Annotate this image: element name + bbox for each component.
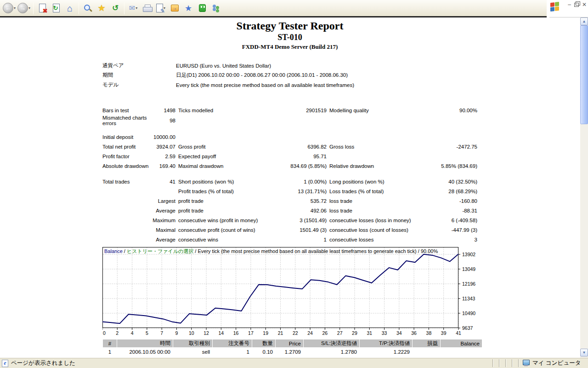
y-axis-label: 9637	[462, 325, 473, 331]
trades-header-cell: 時間	[117, 339, 173, 347]
stat-label	[327, 132, 419, 142]
refresh-button[interactable]: ↻	[49, 1, 63, 16]
edit-icon: ✎	[156, 4, 163, 12]
stat-label: Modelling quality	[327, 105, 419, 115]
forward-dropdown-icon[interactable]: ▾	[28, 6, 30, 10]
messenger-star-button[interactable]: ★	[181, 1, 195, 16]
x-axis-label: 0	[103, 330, 106, 336]
stat-value: 90.00%	[419, 105, 477, 115]
vertical-scrollbar[interactable]: ▲ ▼	[580, 17, 588, 358]
stat-label: consecutive losses	[327, 235, 419, 244]
info-value: 日足(D1) 2006.10.02 00:00 - 2008.06.27 00:…	[176, 72, 477, 79]
mail-dropdown-icon[interactable]: ▾	[136, 6, 137, 10]
stat-label: Mismatched charts errors	[102, 115, 149, 126]
x-axis-label: 27	[337, 330, 343, 336]
trades-header-row: #時間取引種別注文番号数量PriceS/L:決済逆指値T/P:決済指値損益Bal…	[103, 339, 482, 347]
stat-value: Average	[149, 235, 175, 244]
stat-label: consecutive losses (loss in money)	[327, 215, 419, 225]
back-dropdown-icon[interactable]: ▾	[14, 6, 16, 10]
chart-legend-segment: / Every tick (the most precise method ba…	[193, 248, 438, 254]
forward-button[interactable]: → ▾	[17, 1, 31, 16]
stat-label: loss trade	[327, 196, 419, 206]
chart-legend: Balance / ヒストリー・ファイルの選択 / Every tick (th…	[104, 248, 438, 255]
close-button[interactable]: ✕	[582, 2, 587, 7]
x-axis-label: 14	[218, 330, 224, 336]
back-button[interactable]: ← ▾	[2, 1, 17, 16]
stat-label	[175, 115, 267, 126]
info-label: モデル	[102, 81, 176, 88]
stat-label: Expected payoff	[175, 151, 267, 161]
stat-label	[327, 115, 419, 126]
stat-label	[102, 206, 149, 215]
stat-label	[102, 215, 149, 225]
status-bar-divider	[505, 359, 512, 367]
history-button[interactable]: ↺	[108, 1, 122, 16]
browser-toolbar: ← ▾ → ▾ ✖ ↻ ⌂ ★ ↺ ✉ ▾	[0, 0, 547, 17]
trades-header-cell: T/P:決済指値	[360, 339, 412, 347]
stat-value: 169.40	[149, 161, 175, 171]
stat-value	[419, 132, 477, 142]
trades-cell: sell	[173, 348, 212, 356]
stop-icon: ✖	[39, 4, 46, 12]
stat-label: consecutive wins	[175, 235, 267, 244]
page-content: Strategy Tester Report ST-010 FXDD-MT4 D…	[0, 19, 580, 358]
stat-value: 1498	[149, 105, 175, 115]
status-bar-zone: マイ コンピュータ	[518, 359, 588, 367]
windows-messenger-button[interactable]	[195, 1, 209, 16]
stat-value: 3924.07	[149, 142, 175, 151]
status-bar: e ページが表示されました マイ コンピュータ	[0, 358, 588, 368]
scroll-up-button[interactable]: ▲	[580, 17, 588, 25]
stat-value: 1	[267, 235, 327, 244]
x-axis-label: 4	[131, 330, 134, 336]
scrollbar-thumb[interactable]	[580, 25, 588, 124]
search-icon	[83, 4, 92, 13]
stat-label	[102, 186, 149, 196]
stat-value: 1 (0.00%)	[267, 177, 327, 186]
discuss-button[interactable]: →	[168, 1, 181, 16]
report-subtitle: ST-010	[102, 33, 477, 42]
print-button[interactable]	[140, 1, 154, 16]
stat-value: -447.99 (3)	[419, 225, 477, 235]
search-button[interactable]	[81, 1, 95, 16]
y-axis-label: 13902	[462, 252, 475, 257]
stats-spacer	[102, 126, 477, 132]
info-label: 期間	[102, 72, 176, 79]
stat-label: Short positions (won %)	[175, 177, 267, 186]
stat-value	[149, 186, 175, 196]
stat-label: Relative drawdown	[327, 161, 419, 171]
trades-header-cell: 注文番号	[213, 339, 252, 347]
stat-label	[175, 132, 267, 142]
minimize-button[interactable]: –	[568, 2, 571, 7]
trades-header-cell: Price	[276, 339, 303, 347]
x-axis-label: 2	[116, 330, 119, 336]
favorites-button[interactable]: ★	[95, 1, 108, 16]
toolbar-separator	[33, 2, 34, 14]
mail-button[interactable]: ✉ ▾	[126, 1, 140, 16]
balance-chart-plot: 1390213049121961134310490963702457910121…	[102, 247, 480, 338]
scroll-down-button[interactable]: ▼	[580, 349, 588, 356]
x-axis-label: 33	[382, 330, 387, 336]
edit-button[interactable]: ✎ ▾	[154, 1, 168, 16]
contacts-icon	[212, 4, 220, 12]
x-axis-label: 10	[189, 330, 194, 336]
stat-value: 98	[149, 115, 175, 126]
x-axis-label: 39	[441, 330, 447, 336]
toolbar-separator	[79, 2, 79, 14]
x-axis-label: 5	[146, 330, 148, 336]
stat-label: Profit factor	[102, 151, 149, 161]
report-title: Strategy Tester Report	[102, 20, 477, 32]
status-text: ページが表示されました	[11, 359, 75, 367]
home-button[interactable]: ⌂	[63, 1, 77, 16]
stat-label: Profit trades (% of total)	[175, 186, 267, 196]
x-axis-label: 21	[278, 330, 283, 336]
stat-label: Gross profit	[175, 142, 267, 151]
x-axis-label: 19	[263, 330, 268, 336]
restore-button[interactable]	[574, 3, 579, 7]
stat-label	[102, 225, 149, 235]
stat-value: 95.71	[267, 151, 327, 161]
contacts-button[interactable]	[209, 1, 223, 16]
stop-button[interactable]: ✖	[35, 1, 49, 16]
back-icon: ←	[3, 3, 13, 13]
trades-header-cell: 取引種別	[173, 339, 212, 347]
trades-cell	[441, 348, 482, 356]
